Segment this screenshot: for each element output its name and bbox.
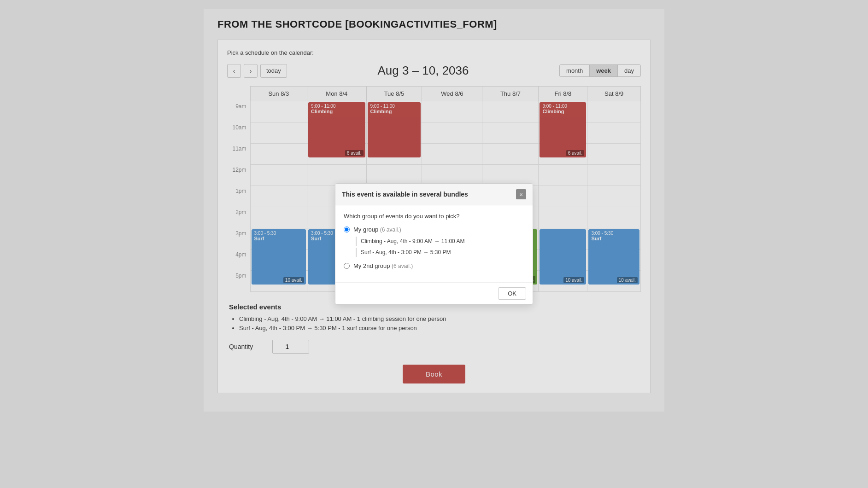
dialog-group-1: My group (6 avail.) Climbing - Aug, 4th … [344, 226, 524, 257]
dialog-radio-row-1: My group (6 avail.) [344, 226, 524, 233]
dialog-group-2: My 2nd group (6 avail.) [344, 262, 524, 269]
dialog-radio-group1[interactable] [344, 227, 350, 232]
dialog-ok-button[interactable]: OK [498, 287, 526, 300]
dialog-header: This event is available in several bundl… [335, 184, 533, 205]
dialog-group2-label[interactable]: My 2nd group (6 avail.) [353, 262, 413, 269]
dialog-radio-group2[interactable] [344, 263, 350, 269]
dialog-radio-row-2: My 2nd group (6 avail.) [344, 262, 524, 269]
dialog-question: Which group of events do you want to pic… [344, 213, 524, 220]
bundle-dialog: This event is available in several bundl… [335, 183, 533, 305]
dialog-overlay: This event is available in several bundl… [0, 0, 868, 421]
dialog-title: This event is available in several bundl… [342, 191, 468, 198]
dialog-close-button[interactable]: × [516, 189, 526, 199]
dialog-footer: OK [335, 282, 533, 304]
dialog-sub-events-1: Climbing - Aug, 4th - 9:00 AM → 11:00 AM… [356, 237, 524, 257]
dialog-sub-event-surf: Surf - Aug, 4th - 3:00 PM → 5:30 PM [356, 248, 524, 257]
dialog-body: Which group of events do you want to pic… [335, 205, 533, 282]
dialog-group1-label[interactable]: My group (6 avail.) [353, 226, 401, 233]
dialog-sub-event-climbing: Climbing - Aug, 4th - 9:00 AM → 11:00 AM [356, 237, 524, 246]
